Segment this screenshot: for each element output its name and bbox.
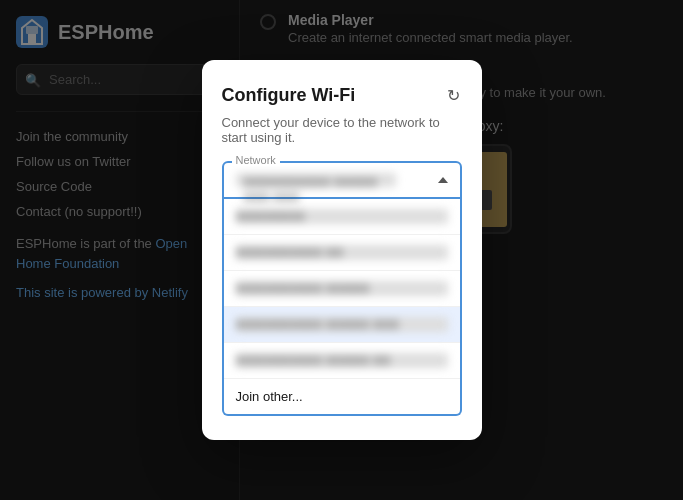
network-item-2[interactable]: XXXXXXXXXX XX [224,235,460,271]
modal-refresh-button[interactable]: ↻ [445,84,462,107]
network-select-label: Network [232,154,280,166]
network-item-3[interactable]: XXXXXXXXXX XXXXX [224,271,460,307]
configure-wifi-modal: Configure Wi-Fi ↻ Connect your device to… [202,60,482,440]
network-item-3-text: XXXXXXXXXX XXXXX [236,281,448,296]
network-item-1-text: XXXXXXXX [236,209,448,224]
network-item-2-text: XXXXXXXXXX XX [236,245,448,260]
modal-header: Configure Wi-Fi ↻ [222,84,462,107]
chevron-up-icon [438,177,448,183]
modal-subtitle: Connect your device to the network to st… [222,115,462,145]
network-item-5-text: XXXXXXXXXX XXXXX XX [236,353,448,368]
network-selected-value: XXXXXXXXXX XXXXX XXX XXX [236,173,396,187]
modal-overlay[interactable]: Configure Wi-Fi ↻ Connect your device to… [0,0,683,500]
join-other-option[interactable]: Join other... [224,379,460,414]
network-dropdown: XXXXXXXX XXXXXXXXXX XX XXXXXXXXXX XXXXX … [222,199,462,416]
network-item-4-text: XXXXXXXXXX XXXXX XXX [236,317,448,332]
modal-title: Configure Wi-Fi [222,85,356,106]
network-item-4-active[interactable]: XXXXXXXXXX XXXXX XXX [224,307,460,343]
network-select-container: Network XXXXXXXXXX XXXXX XXX XXX XXXXXXX… [222,161,462,416]
network-item-5[interactable]: XXXXXXXXXX XXXXX XX [224,343,460,379]
network-select-box[interactable]: XXXXXXXXXX XXXXX XXX XXX [222,161,462,199]
